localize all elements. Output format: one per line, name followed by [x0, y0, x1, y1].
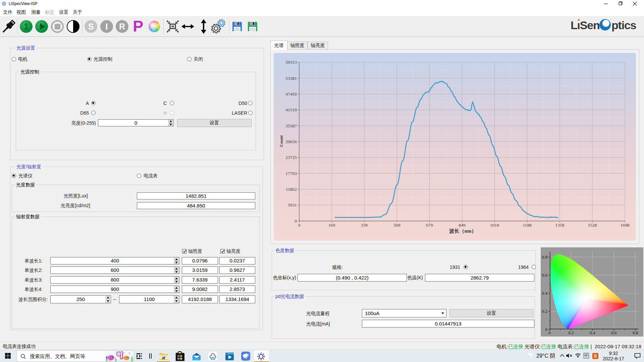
svg-text:0.6: 0.6: [542, 273, 548, 278]
svg-text:0.2: 0.2: [568, 330, 574, 335]
svg-text:59313: 59313: [285, 60, 297, 65]
svg-text:849: 849: [459, 223, 466, 228]
svg-text:0: 0: [294, 219, 297, 224]
svg-text:1018: 1018: [490, 223, 499, 228]
svg-text:53381: 53381: [285, 76, 297, 81]
svg-text:Count: Count: [279, 135, 284, 147]
svg-text:169: 169: [328, 223, 335, 228]
svg-text:17793: 17793: [285, 171, 297, 176]
svg-text:679: 679: [426, 223, 433, 228]
svg-text:1188: 1188: [523, 223, 532, 228]
svg-text:509: 509: [393, 223, 400, 228]
svg-text:0: 0: [545, 327, 548, 332]
svg-text:5931: 5931: [288, 202, 297, 207]
svg-text:0: 0: [298, 223, 301, 228]
svg-text:0.8: 0.8: [542, 254, 547, 259]
svg-text:29656: 29656: [285, 139, 297, 144]
svg-text:0.4: 0.4: [542, 291, 548, 296]
svg-text:0.2: 0.2: [542, 309, 547, 314]
svg-text:339: 339: [361, 223, 368, 228]
svg-text:41519: 41519: [285, 107, 297, 112]
svg-text:0.6: 0.6: [611, 330, 617, 335]
svg-text:11862: 11862: [286, 187, 297, 192]
svg-text:0: 0: [548, 330, 551, 335]
svg-text:0.8: 0.8: [633, 330, 638, 335]
svg-text:0.4: 0.4: [590, 330, 595, 335]
svg-text:47450: 47450: [285, 92, 297, 97]
svg-text:波长（nm）: 波长（nm）: [449, 228, 477, 234]
svg-text:23725: 23725: [285, 155, 297, 160]
svg-text:1698: 1698: [621, 223, 630, 228]
svg-text:1358: 1358: [555, 223, 564, 228]
svg-text:35587: 35587: [285, 123, 297, 128]
svg-text:1528: 1528: [588, 223, 597, 228]
